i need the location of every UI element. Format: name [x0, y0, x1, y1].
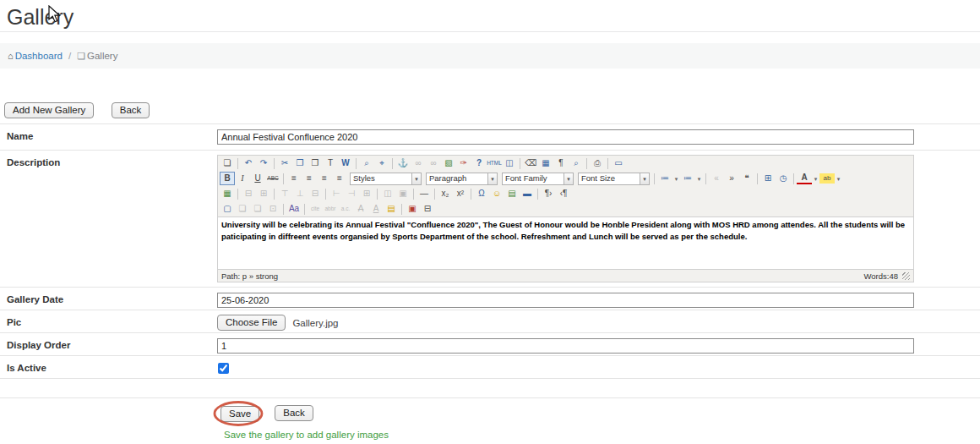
font-family-dropdown-arrow[interactable]: ▾	[564, 173, 574, 185]
horizontal-rule-icon[interactable]: —	[416, 187, 432, 200]
insert-table-icon[interactable]: ▦	[538, 156, 553, 170]
breadcrumb-dashboard-link[interactable]: Dashboard	[15, 51, 63, 61]
insert-layer-icon[interactable]: ▢	[220, 202, 235, 216]
insertion-icon[interactable]: A	[368, 202, 384, 216]
indent-button[interactable]: »	[724, 172, 739, 185]
home-icon: ⌂	[8, 51, 14, 61]
name-input[interactable]	[217, 129, 914, 145]
deletion-icon[interactable]: A	[353, 202, 368, 216]
add-new-gallery-button[interactable]: Add New Gallery	[4, 102, 94, 118]
insert-row-before-icon[interactable]: ⊤	[277, 187, 292, 200]
zoom-preview-icon[interactable]: ⌕	[569, 156, 584, 170]
outdent-button[interactable]: «	[709, 172, 724, 185]
cut-icon[interactable]: ✂	[277, 156, 292, 170]
copy-icon[interactable]: ❐	[292, 156, 308, 170]
split-cells-icon[interactable]: ◫	[380, 187, 395, 200]
visual-aid-icon[interactable]: ¶	[553, 156, 569, 170]
save-button[interactable]: Save	[220, 406, 259, 422]
back-button-bottom[interactable]: Back	[275, 405, 313, 421]
align-center-button[interactable]: ≡	[302, 172, 317, 185]
font-size-dropdown[interactable]: Font Size	[578, 173, 640, 185]
subscript-icon[interactable]: x₂	[438, 187, 453, 200]
abbreviation-icon[interactable]: abbr	[323, 202, 338, 216]
back-button-top[interactable]: Back	[112, 102, 150, 118]
image-icon[interactable]: ▧	[441, 156, 456, 170]
delete-column-icon[interactable]: ⊞	[359, 187, 374, 200]
merge-cells-icon[interactable]: ▣	[395, 187, 411, 200]
paste-as-text-icon[interactable]: T	[323, 156, 338, 170]
insert-time-icon[interactable]: ◷	[776, 172, 791, 185]
editor-content-area[interactable]: University will be celebrating its Annua…	[218, 217, 913, 269]
delete-row-icon[interactable]: ⊟	[308, 187, 323, 200]
new-document-icon[interactable]: ❏	[220, 156, 235, 170]
special-character-icon[interactable]: Ω	[474, 187, 489, 200]
remove-format-icon[interactable]: ⌫	[523, 156, 538, 170]
align-justify-button[interactable]: ≡	[332, 172, 347, 185]
undo-icon[interactable]: ↶	[241, 156, 256, 170]
page-break-icon[interactable]: ⊟	[420, 202, 435, 216]
find-replace-icon[interactable]: ⌖	[374, 156, 389, 170]
acronym-icon[interactable]: a.c.	[338, 202, 353, 216]
paste-from-word-icon[interactable]: W	[338, 156, 353, 170]
move-backward-icon[interactable]: ❏	[250, 202, 265, 216]
highlight-color-arrow[interactable]: ▾	[835, 172, 842, 185]
cell-properties-icon[interactable]: ⊞	[256, 187, 271, 200]
move-forward-icon[interactable]: ❏	[235, 202, 250, 216]
highlight-color-button[interactable]: ab	[819, 173, 835, 184]
absolute-position-icon[interactable]: ⊡	[265, 202, 280, 216]
insert-row-after-icon[interactable]: ⊥	[292, 187, 308, 200]
bold-button[interactable]: B	[220, 172, 235, 185]
html-source-icon[interactable]: HTML	[487, 156, 502, 170]
gallery-date-input[interactable]	[217, 293, 914, 308]
visual-characters-icon[interactable]: ▣	[405, 202, 420, 216]
text-color-arrow[interactable]: ▾	[812, 172, 819, 185]
is-active-checkbox[interactable]	[218, 363, 229, 374]
superscript-icon[interactable]: x²	[453, 187, 468, 200]
styles-dropdown[interactable]: Styles	[350, 173, 412, 185]
ltr-direction-icon[interactable]: ¶›	[541, 187, 556, 200]
resize-grip-icon[interactable]	[902, 272, 910, 280]
rtl-direction-icon[interactable]: ‹¶	[556, 187, 571, 200]
table-properties-icon[interactable]: ▦	[220, 187, 235, 200]
link-icon[interactable]: ∞	[411, 156, 426, 170]
redo-icon[interactable]: ↷	[256, 156, 271, 170]
align-right-button[interactable]: ≡	[317, 172, 332, 185]
anchor-icon[interactable]: ⚓	[395, 156, 411, 170]
font-family-dropdown[interactable]: Font Family	[502, 173, 564, 185]
numbered-list-button[interactable]: ≔	[680, 172, 695, 185]
form-row-description: Description ❏↶↷✂❐❒TW⌕⌖⚓∞∞▧✑?HTML◫⌫▦¶⌕⎙▭ …	[0, 150, 980, 287]
numbered-list-arrow[interactable]: ▾	[695, 172, 703, 185]
format-dropdown[interactable]: Paragraph	[426, 173, 488, 185]
cleanup-icon[interactable]: ✑	[456, 156, 471, 170]
underline-button[interactable]: U	[250, 172, 265, 185]
insert-column-after-icon[interactable]: ⊣	[344, 187, 359, 200]
format-dropdown-arrow[interactable]: ▾	[488, 173, 498, 185]
font-size-dropdown-arrow[interactable]: ▾	[640, 173, 650, 185]
preview-icon[interactable]: ◫	[502, 156, 517, 170]
styles-dropdown-arrow[interactable]: ▾	[412, 173, 422, 185]
row-properties-icon[interactable]: ⊟	[241, 187, 256, 200]
paste-icon[interactable]: ❒	[308, 156, 323, 170]
bullet-list-button[interactable]: ≔	[657, 172, 672, 185]
insert-date-icon[interactable]: ⊞	[760, 172, 776, 185]
text-color-button[interactable]: A	[797, 173, 812, 184]
unlink-icon[interactable]: ∞	[426, 156, 441, 170]
strikethrough-button[interactable]: ABC	[265, 172, 280, 185]
find-icon[interactable]: ⌕	[359, 156, 374, 170]
style-properties-icon[interactable]: Aa	[286, 202, 302, 216]
bullet-list-arrow[interactable]: ▾	[672, 172, 680, 185]
fullscreen-icon[interactable]: ▭	[611, 156, 626, 170]
emoticons-icon[interactable]: ☺	[489, 187, 504, 200]
align-left-button[interactable]: ≡	[286, 172, 302, 185]
print-icon[interactable]: ⎙	[590, 156, 605, 170]
help-icon[interactable]: ?	[471, 156, 487, 170]
media-icon[interactable]: ▤	[504, 187, 520, 200]
attributes-icon[interactable]: ▤	[384, 202, 399, 216]
citation-icon[interactable]: cite	[308, 202, 323, 216]
blockquote-button[interactable]: ❝	[739, 172, 754, 185]
choose-file-button[interactable]: Choose File	[217, 315, 286, 331]
italic-button[interactable]: I	[235, 172, 250, 185]
insert-column-before-icon[interactable]: ⊢	[329, 187, 344, 200]
display-order-input[interactable]	[217, 338, 914, 354]
embed-icon[interactable]: ▬	[520, 187, 535, 200]
